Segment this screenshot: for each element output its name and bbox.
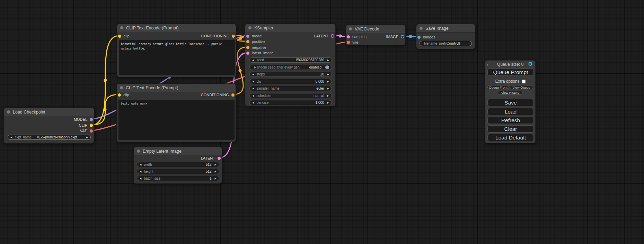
increase-arrow-icon[interactable]: ▶ [327, 101, 329, 104]
prompt-textarea[interactable]: text, watermark [118, 100, 235, 140]
prompt-textarea[interactable]: beautiful scenery nature glass bottle la… [119, 40, 235, 75]
next-arrow-icon[interactable]: ▶ [86, 136, 88, 138]
collapse-dot-icon[interactable] [120, 86, 123, 89]
output-port-conditioning[interactable]: CONDITIONING [201, 33, 235, 39]
decrease-arrow-icon[interactable]: ◀ [140, 177, 141, 180]
batch-size-widget[interactable]: ◀ batch_size 1 ▶ [137, 176, 219, 181]
node-clip-text-encode-positive[interactable]: CLIP Text Encode (Prompt) clip CONDITION… [117, 24, 236, 77]
increase-arrow-icon[interactable]: ▶ [215, 177, 217, 180]
decrease-arrow-icon[interactable]: ◀ [252, 73, 254, 75]
node-clip-text-encode-negative[interactable]: CLIP Text Encode (Prompt) clip CONDITION… [116, 83, 236, 142]
model-port-dot[interactable] [246, 35, 249, 38]
output-port-model[interactable]: MODEL [74, 117, 93, 122]
collapse-dot-icon[interactable] [349, 27, 352, 30]
load-default-button[interactable]: Load Default [487, 134, 534, 141]
decrease-arrow-icon[interactable]: ◀ [140, 170, 141, 173]
wire-midpoint-dot[interactable] [239, 37, 242, 40]
input-port-latent-image[interactable]: latent_image [246, 50, 274, 56]
output-port-vae[interactable]: VAE [80, 128, 93, 134]
decrease-arrow-icon[interactable]: ◀ [252, 101, 254, 104]
view-queue-button[interactable]: View Queue [510, 85, 533, 89]
cfg-widget[interactable]: ◀ cfg 8.000 ▶ [249, 79, 332, 84]
conditioning-port-dot[interactable] [246, 40, 249, 43]
output-port-clip[interactable]: CLIP [79, 123, 93, 128]
decrease-arrow-icon[interactable]: ◀ [252, 59, 254, 61]
input-port-clip[interactable]: clip [118, 33, 130, 39]
view-history-button[interactable]: View History [498, 91, 523, 94]
filename-prefix-widget[interactable]: filename_prefix ComfyUI [420, 41, 472, 46]
height-widget[interactable]: ◀ height 512 ▶ [137, 169, 219, 174]
refresh-button[interactable]: Refresh [487, 117, 534, 124]
input-port-samples[interactable]: samples [347, 34, 367, 39]
node-vae-decode[interactable]: VAE Decode samples vae IMAGE [345, 25, 406, 45]
node-ksampler[interactable]: KSampler model positive negative latent_… [245, 24, 336, 107]
load-button[interactable]: Load [487, 108, 534, 115]
sampler-name-widget[interactable]: ◀ sampler_name euler ▶ [249, 86, 332, 91]
toggle-icon[interactable] [325, 65, 329, 69]
node-header[interactable]: KSampler [245, 24, 335, 32]
latent-port-dot[interactable] [246, 52, 249, 55]
wire-midpoint-dot[interactable] [339, 35, 342, 38]
node-header[interactable]: CLIP Text Encode (Prompt) [117, 84, 236, 92]
settings-gear-icon[interactable]: ⚙ [528, 61, 533, 66]
clip-port-dot[interactable] [118, 93, 121, 97]
image-port-dot[interactable] [401, 35, 404, 38]
decrease-arrow-icon[interactable]: ◀ [252, 80, 254, 83]
input-port-clip[interactable]: clip [118, 92, 129, 98]
wire-midpoint-dot[interactable] [409, 35, 412, 38]
next-arrow-icon[interactable]: ▶ [327, 87, 329, 90]
collapse-dot-icon[interactable] [248, 26, 252, 29]
clear-button[interactable]: Clear [487, 125, 534, 133]
input-port-positive[interactable]: positive [246, 39, 265, 44]
steps-widget[interactable]: ◀ steps 20 ▶ [249, 72, 332, 77]
next-arrow-icon[interactable]: ▶ [327, 94, 329, 97]
node-empty-latent-image[interactable]: Empty Latent Image LATENT ◀ width 512 ▶ … [133, 147, 222, 184]
latent-port-dot[interactable] [347, 35, 350, 38]
increase-arrow-icon[interactable]: ▶ [215, 170, 217, 173]
input-port-vae[interactable]: vae [347, 39, 359, 45]
latent-port-dot[interactable] [218, 157, 221, 160]
increase-arrow-icon[interactable]: ▶ [327, 80, 329, 83]
previous-arrow-icon[interactable]: ◀ [252, 87, 254, 90]
save-button[interactable]: Save [487, 99, 534, 106]
output-port-latent[interactable]: LATENT [314, 33, 334, 39]
input-port-images[interactable]: images [417, 34, 435, 40]
output-port-latent[interactable]: LATENT [201, 155, 221, 161]
increase-arrow-icon[interactable]: ▶ [327, 73, 329, 75]
output-port-conditioning[interactable]: CONDITIONING [201, 92, 235, 98]
wire-midpoint-dot[interactable] [104, 79, 107, 82]
ckpt-name-widget[interactable]: ◀ ckpt_name v1-5-pruned-emaonly.ckpt ▶ [8, 135, 91, 140]
output-port-image[interactable]: IMAGE [386, 34, 404, 39]
node-header[interactable]: VAE Decode [346, 25, 405, 33]
collapse-dot-icon[interactable] [137, 150, 140, 153]
latent-port-dot[interactable] [331, 34, 334, 38]
node-header[interactable]: Load Checkpoint [4, 108, 94, 116]
model-port-dot[interactable] [90, 118, 93, 121]
wire-midpoint-dot[interactable] [104, 108, 107, 111]
width-widget[interactable]: ◀ width 512 ▶ [137, 162, 219, 167]
random-seed-widget[interactable]: Random seed after every gen enabled [249, 65, 332, 70]
conditioning-port-dot[interactable] [232, 35, 235, 38]
wire-midpoint-dot[interactable] [239, 69, 242, 72]
decrease-arrow-icon[interactable]: ◀ [140, 163, 141, 166]
extra-options-checkbox[interactable] [522, 80, 526, 83]
increase-arrow-icon[interactable]: ▶ [215, 163, 217, 166]
scheduler-widget[interactable]: ◀ scheduler normal ▶ [249, 93, 332, 98]
node-load-checkpoint[interactable]: Load Checkpoint MODEL CLIP VAE ◀ ckpt_na… [3, 108, 94, 144]
image-port-dot[interactable] [417, 36, 421, 39]
vae-port-dot[interactable] [90, 129, 93, 133]
collapse-dot-icon[interactable] [7, 110, 10, 114]
node-save-image[interactable]: Save Image images filename_prefix ComfyU… [416, 24, 475, 49]
clip-port-dot[interactable] [90, 124, 93, 127]
node-header[interactable]: Save Image [416, 24, 475, 33]
conditioning-port-dot[interactable] [246, 46, 249, 49]
collapse-dot-icon[interactable] [420, 27, 423, 30]
increase-arrow-icon[interactable]: ▶ [327, 59, 329, 61]
clip-port-dot[interactable] [118, 35, 121, 38]
node-graph-canvas[interactable]: CLIP Text Encode (Prompt) clip CONDITION… [0, 0, 644, 244]
node-header[interactable]: Empty Latent Image [134, 147, 222, 155]
seed-widget[interactable]: ◀ seed 156680208700286 ▶ [249, 57, 332, 63]
input-port-negative[interactable]: negative [246, 45, 266, 50]
queue-prompt-button[interactable]: Queue Prompt [487, 69, 534, 76]
input-port-model[interactable]: model [246, 33, 262, 39]
